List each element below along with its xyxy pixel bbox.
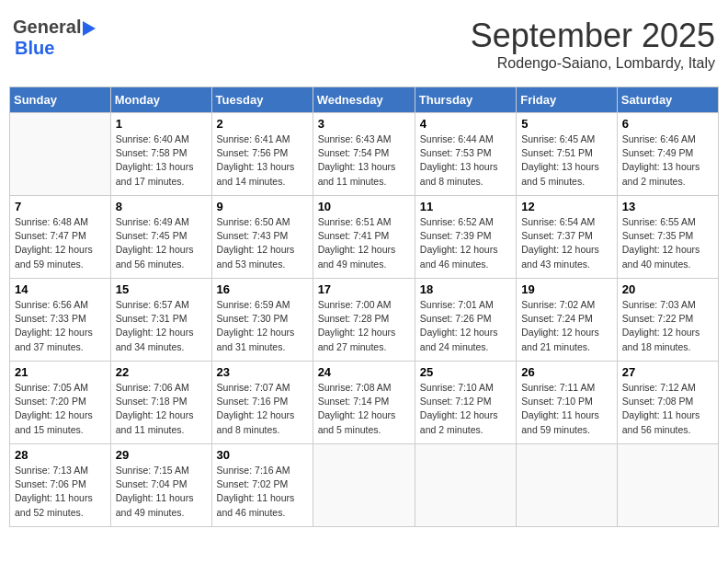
weekday-header: Sunday	[10, 87, 111, 113]
day-info: Sunrise: 6:50 AMSunset: 7:43 PMDaylight:…	[217, 215, 308, 271]
day-number: 10	[318, 200, 410, 213]
day-info: Sunrise: 6:40 AMSunset: 7:58 PMDaylight:…	[116, 132, 207, 189]
day-number: 6	[622, 117, 713, 131]
calendar-cell: 9Sunrise: 6:50 AMSunset: 7:43 PMDaylight…	[211, 196, 313, 279]
day-info: Sunrise: 7:05 AMSunset: 7:20 PMDaylight:…	[15, 381, 106, 437]
calendar-cell: 22Sunrise: 7:06 AMSunset: 7:18 PMDayligh…	[110, 362, 211, 444]
weekday-header: Monday	[110, 87, 211, 113]
calendar-cell: 25Sunrise: 7:10 AMSunset: 7:12 PMDayligh…	[415, 362, 516, 444]
day-info: Sunrise: 6:56 AMSunset: 7:33 PMDaylight:…	[15, 298, 106, 354]
day-info: Sunrise: 6:45 AMSunset: 7:51 PMDaylight:…	[521, 132, 612, 189]
day-number: 21	[15, 365, 106, 379]
day-number: 1	[116, 117, 207, 131]
calendar-cell: 4Sunrise: 6:44 AMSunset: 7:53 PMDaylight…	[415, 113, 516, 196]
calendar-cell: 18Sunrise: 7:01 AMSunset: 7:26 PMDayligh…	[415, 279, 516, 362]
calendar-cell: 3Sunrise: 6:43 AMSunset: 7:54 PMDaylight…	[313, 113, 415, 196]
day-info: Sunrise: 7:13 AMSunset: 7:06 PMDaylight:…	[15, 464, 106, 520]
day-info: Sunrise: 7:01 AMSunset: 7:26 PMDaylight:…	[420, 298, 511, 354]
day-number: 22	[116, 365, 207, 379]
calendar-cell: 10Sunrise: 6:51 AMSunset: 7:41 PMDayligh…	[313, 196, 415, 279]
day-number: 30	[217, 448, 308, 462]
calendar-cell: 14Sunrise: 6:56 AMSunset: 7:33 PMDayligh…	[10, 279, 111, 362]
calendar-cell	[10, 113, 111, 196]
weekday-header: Thursday	[415, 87, 516, 113]
day-info: Sunrise: 7:16 AMSunset: 7:02 PMDaylight:…	[217, 464, 308, 520]
day-number: 24	[318, 365, 410, 379]
day-info: Sunrise: 6:57 AMSunset: 7:31 PMDaylight:…	[116, 298, 207, 354]
day-info: Sunrise: 6:44 AMSunset: 7:53 PMDaylight:…	[420, 132, 511, 189]
calendar-cell: 20Sunrise: 7:03 AMSunset: 7:22 PMDayligh…	[617, 279, 718, 362]
day-info: Sunrise: 7:00 AMSunset: 7:28 PMDaylight:…	[318, 298, 410, 354]
calendar-cell: 2Sunrise: 6:41 AMSunset: 7:56 PMDaylight…	[211, 113, 313, 196]
calendar-header-row: SundayMondayTuesdayWednesdayThursdayFrid…	[10, 87, 719, 113]
day-info: Sunrise: 7:03 AMSunset: 7:22 PMDaylight:…	[622, 298, 713, 354]
calendar-week-row: 1Sunrise: 6:40 AMSunset: 7:58 PMDaylight…	[10, 113, 719, 196]
calendar-cell: 7Sunrise: 6:48 AMSunset: 7:47 PMDaylight…	[10, 196, 111, 279]
calendar-week-row: 21Sunrise: 7:05 AMSunset: 7:20 PMDayligh…	[10, 362, 719, 444]
calendar-cell	[517, 444, 618, 527]
calendar-cell: 21Sunrise: 7:05 AMSunset: 7:20 PMDayligh…	[10, 362, 111, 444]
day-info: Sunrise: 6:55 AMSunset: 7:35 PMDaylight:…	[622, 215, 713, 271]
day-info: Sunrise: 6:49 AMSunset: 7:45 PMDaylight:…	[116, 215, 207, 271]
page-header: General Blue September 2025 Rodengo-Saia…	[9, 9, 719, 79]
day-info: Sunrise: 7:11 AMSunset: 7:10 PMDaylight:…	[521, 381, 612, 437]
day-number: 29	[116, 448, 207, 462]
day-number: 27	[622, 365, 713, 379]
day-number: 8	[116, 200, 207, 213]
day-number: 16	[217, 282, 308, 296]
day-number: 20	[622, 282, 713, 296]
day-number: 13	[622, 200, 713, 213]
calendar-cell: 19Sunrise: 7:02 AMSunset: 7:24 PMDayligh…	[517, 279, 618, 362]
day-number: 18	[420, 282, 511, 296]
day-info: Sunrise: 6:52 AMSunset: 7:39 PMDaylight:…	[420, 215, 511, 271]
day-info: Sunrise: 7:08 AMSunset: 7:14 PMDaylight:…	[318, 381, 410, 437]
day-number: 19	[521, 282, 612, 296]
calendar-cell: 1Sunrise: 6:40 AMSunset: 7:58 PMDaylight…	[110, 113, 211, 196]
day-number: 11	[420, 200, 511, 213]
calendar-week-row: 7Sunrise: 6:48 AMSunset: 7:47 PMDaylight…	[10, 196, 719, 279]
calendar-cell: 16Sunrise: 6:59 AMSunset: 7:30 PMDayligh…	[211, 279, 313, 362]
calendar-cell: 12Sunrise: 6:54 AMSunset: 7:37 PMDayligh…	[517, 196, 618, 279]
calendar-cell: 28Sunrise: 7:13 AMSunset: 7:06 PMDayligh…	[10, 444, 111, 527]
logo-blue-text: Blue	[15, 38, 96, 59]
calendar-cell: 15Sunrise: 6:57 AMSunset: 7:31 PMDayligh…	[110, 279, 211, 362]
day-info: Sunrise: 6:51 AMSunset: 7:41 PMDaylight:…	[318, 215, 410, 271]
day-number: 7	[15, 200, 106, 213]
logo-arrow-icon	[83, 21, 96, 36]
day-info: Sunrise: 6:41 AMSunset: 7:56 PMDaylight:…	[217, 132, 308, 189]
calendar-cell: 8Sunrise: 6:49 AMSunset: 7:45 PMDaylight…	[110, 196, 211, 279]
calendar-cell: 30Sunrise: 7:16 AMSunset: 7:02 PMDayligh…	[211, 444, 313, 527]
day-number: 4	[420, 117, 511, 131]
day-info: Sunrise: 7:12 AMSunset: 7:08 PMDaylight:…	[622, 381, 713, 437]
logo: General Blue	[13, 17, 96, 59]
calendar-cell: 27Sunrise: 7:12 AMSunset: 7:08 PMDayligh…	[617, 362, 718, 444]
calendar-cell: 24Sunrise: 7:08 AMSunset: 7:14 PMDayligh…	[313, 362, 415, 444]
day-info: Sunrise: 7:07 AMSunset: 7:16 PMDaylight:…	[217, 381, 308, 437]
day-number: 25	[420, 365, 511, 379]
day-number: 26	[521, 365, 612, 379]
calendar-cell: 11Sunrise: 6:52 AMSunset: 7:39 PMDayligh…	[415, 196, 516, 279]
calendar-cell	[415, 444, 516, 527]
calendar-cell: 5Sunrise: 6:45 AMSunset: 7:51 PMDaylight…	[517, 113, 618, 196]
day-number: 12	[521, 200, 612, 213]
day-number: 17	[318, 282, 410, 296]
calendar-cell: 23Sunrise: 7:07 AMSunset: 7:16 PMDayligh…	[211, 362, 313, 444]
weekday-header: Tuesday	[211, 87, 313, 113]
day-number: 28	[15, 448, 106, 462]
calendar-cell	[617, 444, 718, 527]
day-number: 23	[217, 365, 308, 379]
day-info: Sunrise: 7:02 AMSunset: 7:24 PMDaylight:…	[521, 298, 612, 354]
day-info: Sunrise: 6:48 AMSunset: 7:47 PMDaylight:…	[15, 215, 106, 271]
calendar-table: SundayMondayTuesdayWednesdayThursdayFrid…	[9, 86, 719, 527]
month-title: September 2025	[471, 17, 715, 55]
calendar-cell: 17Sunrise: 7:00 AMSunset: 7:28 PMDayligh…	[313, 279, 415, 362]
day-info: Sunrise: 7:10 AMSunset: 7:12 PMDaylight:…	[420, 381, 511, 437]
weekday-header: Friday	[517, 87, 618, 113]
day-info: Sunrise: 6:54 AMSunset: 7:37 PMDaylight:…	[521, 215, 612, 271]
location-title: Rodengo-Saiano, Lombardy, Italy	[471, 55, 715, 72]
calendar-cell	[313, 444, 415, 527]
day-number: 9	[217, 200, 308, 213]
day-info: Sunrise: 6:43 AMSunset: 7:54 PMDaylight:…	[318, 132, 410, 189]
day-info: Sunrise: 6:59 AMSunset: 7:30 PMDaylight:…	[217, 298, 308, 354]
day-number: 5	[521, 117, 612, 131]
